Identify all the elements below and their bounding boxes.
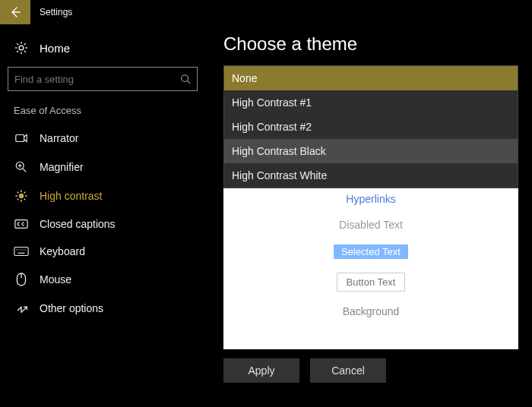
svg-line-10 xyxy=(188,81,191,84)
nav-item-keyboard[interactable]: Keyboard xyxy=(8,238,198,265)
svg-line-5 xyxy=(17,43,18,45)
svg-line-13 xyxy=(23,169,26,172)
search-icon xyxy=(180,74,191,84)
svg-rect-11 xyxy=(16,135,24,142)
search-input[interactable] xyxy=(14,74,180,85)
theme-option-hc1[interactable]: High Contrast #1 xyxy=(224,90,518,115)
preview-disabled-text: Disabled Text xyxy=(223,219,518,231)
theme-option-hc2[interactable]: High Contrast #2 xyxy=(224,115,518,139)
cancel-button[interactable]: Cancel xyxy=(310,358,386,383)
nav-item-other-options[interactable]: Other options xyxy=(8,294,198,323)
theme-dropdown[interactable]: None High Contrast #1 High Contrast #2 H… xyxy=(223,65,518,188)
theme-preview: Hyperlinks Disabled Text Selected Text B… xyxy=(223,188,518,349)
other-options-icon xyxy=(14,301,28,315)
nav-label: Other options xyxy=(40,302,103,314)
section-header: Ease of Access xyxy=(8,103,198,124)
nav-label: Closed captions xyxy=(40,218,116,230)
nav-item-high-contrast[interactable]: High contrast xyxy=(8,181,198,210)
sidebar: Home Ease of Access Narrator Magnifier H… xyxy=(0,24,205,407)
keyboard-icon xyxy=(14,246,29,257)
preview-hyperlinks: Hyperlinks xyxy=(223,193,518,205)
main-panel: Choose a theme None High Contrast #1 Hig… xyxy=(205,24,532,407)
svg-line-24 xyxy=(24,192,26,194)
preview-selected-text: Selected Text xyxy=(334,245,408,259)
svg-point-9 xyxy=(182,75,188,82)
narrator-icon xyxy=(14,131,28,145)
closed-captions-icon xyxy=(14,219,28,229)
nav-label: Keyboard xyxy=(40,245,85,257)
page-title: Choose a theme xyxy=(223,33,518,55)
svg-rect-26 xyxy=(14,248,28,256)
title-bar: Settings xyxy=(0,0,532,24)
search-box[interactable] xyxy=(8,67,198,91)
gear-icon xyxy=(14,41,28,55)
magnifier-icon xyxy=(14,160,28,174)
svg-line-22 xyxy=(24,199,26,200)
svg-line-8 xyxy=(24,43,26,45)
svg-line-6 xyxy=(24,51,26,52)
theme-option-none[interactable]: None xyxy=(224,66,518,90)
preview-background: Background xyxy=(223,305,518,317)
nav-item-magnifier[interactable]: Magnifier xyxy=(8,153,198,181)
high-contrast-icon xyxy=(14,189,28,203)
arrow-left-icon xyxy=(9,6,21,18)
preview-button-text: Button Text xyxy=(337,273,406,292)
nav-label: Narrator xyxy=(40,132,78,144)
svg-line-23 xyxy=(17,199,19,200)
apply-button[interactable]: Apply xyxy=(223,358,299,383)
nav-item-mouse[interactable]: Mouse xyxy=(8,265,198,294)
nav-item-closed-captions[interactable]: Closed captions xyxy=(8,210,198,238)
window-title: Settings xyxy=(40,7,72,17)
home-label: Home xyxy=(40,42,70,55)
nav-label: High contrast xyxy=(40,190,102,202)
nav-label: Magnifier xyxy=(40,161,84,173)
svg-line-21 xyxy=(17,192,19,194)
mouse-icon xyxy=(16,273,27,286)
nav-item-narrator[interactable]: Narrator xyxy=(8,124,198,153)
theme-option-hc-black[interactable]: High Contrast Black xyxy=(224,139,518,163)
svg-point-0 xyxy=(19,46,24,50)
svg-rect-25 xyxy=(15,220,27,229)
nav-list: Narrator Magnifier High contrast Closed … xyxy=(8,124,198,323)
svg-line-7 xyxy=(17,51,18,52)
nav-label: Mouse xyxy=(40,273,71,286)
home-button[interactable]: Home xyxy=(8,36,198,64)
back-button[interactable] xyxy=(0,0,30,24)
footer-buttons: Apply Cancel xyxy=(223,358,518,383)
theme-option-hc-white[interactable]: High Contrast White xyxy=(224,163,518,188)
svg-point-16 xyxy=(19,194,24,198)
